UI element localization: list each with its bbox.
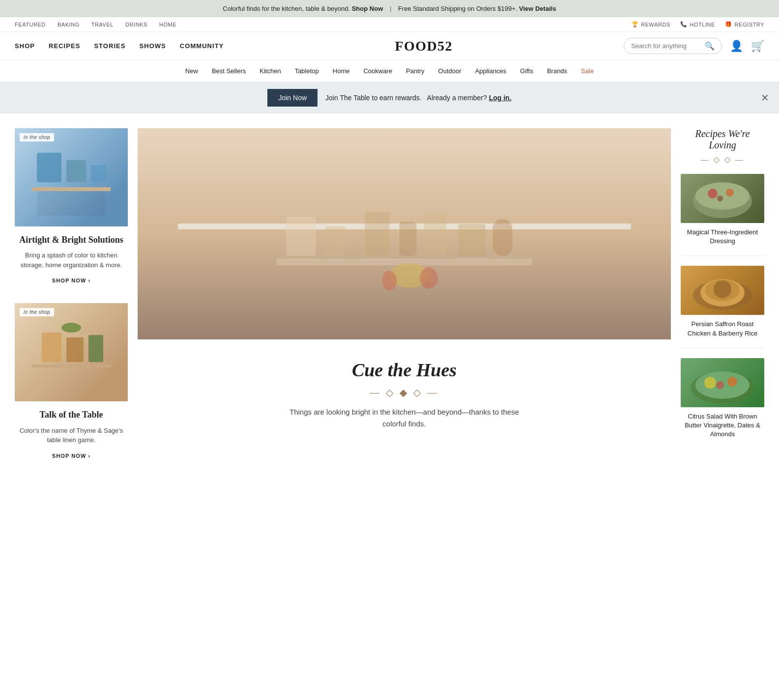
recipe-card-2[interactable]: Persian Saffron Roast Chicken & Barberry… bbox=[681, 266, 764, 348]
recipe-salad-illustration bbox=[681, 358, 764, 407]
recipe-card-1[interactable]: Magical Three-Ingredient Dressing bbox=[681, 174, 764, 256]
nav-featured[interactable]: FEATURED bbox=[15, 22, 46, 28]
cat-new[interactable]: New bbox=[185, 67, 198, 75]
airtight-card-image[interactable]: in the shop bbox=[15, 128, 128, 226]
hero-subtitle-line2: colorful finds. bbox=[382, 420, 426, 428]
svg-rect-7 bbox=[66, 337, 84, 362]
hotline-label: HOTLINE bbox=[690, 22, 715, 28]
phone-icon: 📞 bbox=[680, 21, 688, 28]
svg-rect-5 bbox=[37, 191, 106, 216]
nav-shows[interactable]: SHOWS bbox=[140, 42, 166, 50]
user-icon[interactable]: 👤 bbox=[730, 40, 743, 53]
search-box[interactable]: 🔍 bbox=[624, 38, 722, 54]
svg-point-23 bbox=[695, 182, 750, 210]
svg-rect-14 bbox=[400, 222, 417, 256]
table-illustration bbox=[27, 308, 115, 396]
cat-kitchen[interactable]: Kitchen bbox=[260, 67, 281, 75]
svg-rect-15 bbox=[424, 214, 446, 256]
banner-text2: Free Standard Shipping on Orders $199+. bbox=[398, 5, 517, 12]
airtight-content: Airtight & Bright Solutions Bring a spla… bbox=[15, 226, 128, 288]
svg-point-20 bbox=[382, 271, 397, 290]
recipe-name-2: Persian Saffron Roast Chicken & Barberry… bbox=[681, 320, 764, 337]
svg-point-9 bbox=[61, 323, 81, 333]
svg-point-24 bbox=[708, 189, 718, 198]
table-title: Talk of the Table bbox=[15, 409, 128, 420]
recipe-image-3 bbox=[681, 358, 764, 407]
svg-rect-10 bbox=[32, 364, 111, 367]
join-now-button[interactable]: Join Now bbox=[267, 89, 317, 107]
main-content: in the shop Airtight & Bright Solutions … bbox=[0, 113, 779, 478]
table-desc: Color's the name of Thyme & Sage's table… bbox=[15, 426, 128, 445]
svg-rect-17 bbox=[493, 219, 513, 256]
main-header: SHOP RECIPES STORIES SHOWS COMMUNITY FOO… bbox=[0, 32, 779, 60]
close-icon[interactable]: ✕ bbox=[761, 92, 769, 104]
airtight-shop-label: SHOP NOW bbox=[52, 278, 87, 283]
cat-home[interactable]: Home bbox=[333, 67, 350, 75]
join-banner: Join Now Join The Table to earn rewards.… bbox=[0, 82, 779, 113]
cat-gifts[interactable]: Gifts bbox=[520, 67, 533, 75]
airtight-shop-now[interactable]: SHOP NOW › bbox=[52, 278, 90, 283]
cat-cookware[interactable]: Cookware bbox=[363, 67, 392, 75]
table-card-image[interactable]: in the shop bbox=[15, 303, 128, 401]
nav-drinks[interactable]: Drinks bbox=[125, 22, 147, 28]
table-shop-now[interactable]: SHOP NOW › bbox=[52, 453, 90, 459]
nav-travel[interactable]: Travel bbox=[91, 22, 114, 28]
top-banner: Colorful finds for the kitchen, table & … bbox=[0, 0, 779, 17]
cart-icon[interactable]: 🛒 bbox=[751, 40, 764, 53]
svg-rect-13 bbox=[365, 212, 390, 256]
nav-stories[interactable]: STORIES bbox=[94, 42, 125, 50]
registry-label: REGISTRY bbox=[735, 22, 764, 28]
hero-text-section: Cue the Hues — ◇ ◆ ◇ — Things are lookin… bbox=[138, 349, 671, 440]
nav-community[interactable]: COMMUNITY bbox=[180, 42, 224, 50]
nav-shop[interactable]: SHOP bbox=[15, 42, 35, 50]
svg-point-35 bbox=[716, 381, 724, 389]
join-banner-text: Join The Table to earn rewards. Already … bbox=[325, 94, 511, 102]
table-card: in the shop Talk of the Table Color's th… bbox=[15, 303, 128, 463]
cat-tabletop[interactable]: Tabletop bbox=[295, 67, 319, 75]
view-details-link[interactable]: View Details bbox=[519, 5, 556, 12]
recipe-card-3[interactable]: Citrus Salad With Brown Butter Vinaigret… bbox=[681, 358, 764, 449]
search-input[interactable] bbox=[631, 42, 701, 50]
svg-rect-3 bbox=[91, 165, 106, 182]
shop-now-link[interactable]: Shop Now bbox=[352, 5, 383, 12]
center-main: Cue the Hues — ◇ ◆ ◇ — Things are lookin… bbox=[138, 128, 671, 464]
nav-recipes[interactable]: RECIPES bbox=[49, 42, 80, 50]
recipe-chicken-illustration bbox=[681, 266, 764, 315]
hero-divider: — ◇ ◆ ◇ — bbox=[138, 387, 671, 398]
svg-rect-8 bbox=[88, 335, 103, 362]
cat-best-sellers[interactable]: Best Sellers bbox=[212, 67, 246, 75]
cat-appliances[interactable]: Appliances bbox=[475, 67, 507, 75]
airtight-badge: in the shop bbox=[20, 133, 54, 141]
registry-nav[interactable]: 🎁 REGISTRY bbox=[725, 21, 764, 28]
airtight-title: Airtight & Bright Solutions bbox=[15, 234, 128, 246]
recipe-image-1 bbox=[681, 174, 764, 223]
cat-pantry[interactable]: Pantry bbox=[406, 67, 425, 75]
cat-sale[interactable]: Sale bbox=[581, 67, 594, 75]
left-sidebar: in the shop Airtight & Bright Solutions … bbox=[15, 128, 128, 464]
cat-brands[interactable]: Brands bbox=[547, 67, 567, 75]
nav-baking[interactable]: Baking bbox=[58, 22, 80, 28]
svg-rect-16 bbox=[459, 224, 486, 256]
table-content: Talk of the Table Color's the name of Th… bbox=[15, 401, 128, 463]
search-icon: 🔍 bbox=[705, 41, 715, 51]
cat-outdoor[interactable]: Outdoor bbox=[438, 67, 462, 75]
svg-rect-6 bbox=[42, 333, 61, 362]
hero-subtitle-line1: Things are looking bright in the kitchen… bbox=[289, 408, 519, 416]
hero-kitchen-illustration bbox=[138, 128, 671, 339]
log-in-link[interactable]: Log in. bbox=[489, 94, 512, 102]
table-shop-label: SHOP NOW bbox=[52, 453, 87, 459]
rewards-nav[interactable]: 🏆 REWARDS bbox=[632, 21, 670, 28]
airtight-illustration bbox=[27, 133, 115, 222]
svg-rect-4 bbox=[32, 187, 111, 191]
right-sidebar: Recipes We're Loving — ◇ ◇ — Magical Thr… bbox=[681, 128, 764, 464]
site-logo[interactable]: FOOD52 bbox=[395, 38, 453, 54]
nav-home[interactable]: Home bbox=[159, 22, 176, 28]
rewards-label: REWARDS bbox=[641, 22, 670, 28]
svg-point-33 bbox=[704, 377, 716, 389]
airtight-image-placeholder bbox=[15, 128, 128, 226]
recipe-name-3: Citrus Salad With Brown Butter Vinaigret… bbox=[681, 412, 764, 439]
svg-point-26 bbox=[717, 196, 723, 201]
main-nav: SHOP RECIPES STORIES SHOWS COMMUNITY bbox=[15, 42, 224, 50]
hotline-nav[interactable]: 📞 HOTLINE bbox=[680, 21, 715, 28]
hero-subtitle: Things are looking bright in the kitchen… bbox=[138, 406, 671, 430]
